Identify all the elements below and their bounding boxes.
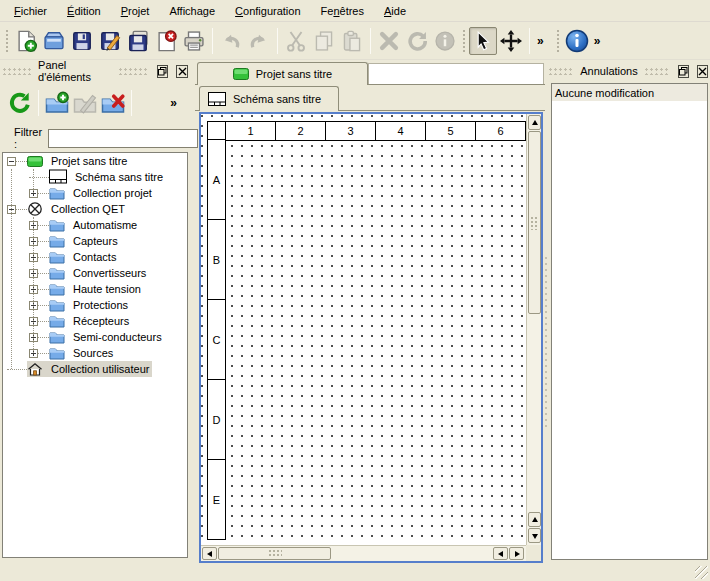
folder-icon	[49, 265, 65, 281]
edit-category-button[interactable]	[71, 89, 99, 117]
close-document-button[interactable]	[152, 27, 180, 55]
scroll-left-button[interactable]	[202, 547, 217, 560]
menu-2[interactable]: Projet	[111, 2, 160, 20]
open-button[interactable]	[40, 27, 68, 55]
tree-expander[interactable]	[29, 221, 38, 230]
scroll-left-button-2[interactable]	[493, 547, 508, 560]
close-panel-button[interactable]	[697, 65, 708, 78]
tree-item-label: Collection QET	[48, 202, 128, 216]
tree-item-automatisme[interactable]: Automatisme	[3, 217, 187, 233]
undo-button[interactable]	[217, 27, 245, 55]
info-button[interactable]	[431, 27, 459, 55]
tree-expander[interactable]	[7, 157, 16, 166]
tree-expander[interactable]	[29, 285, 38, 294]
menu-0[interactable]: Fichier	[4, 2, 57, 20]
tree-expander[interactable]	[29, 317, 38, 326]
tree-item-convertisseurs[interactable]: Convertisseurs	[3, 265, 187, 281]
save-button[interactable]	[68, 27, 96, 55]
scroll-up-button-2[interactable]	[528, 512, 541, 527]
toolbar-drag-handle[interactable]	[555, 28, 561, 54]
new-category-button[interactable]	[43, 89, 71, 117]
tree-expander[interactable]	[29, 253, 38, 262]
menu-3[interactable]: Affichage	[159, 2, 225, 20]
float-icon	[158, 67, 167, 76]
save-as-button[interactable]	[96, 27, 124, 55]
tree-item-semi-conducteurs[interactable]: Semi-conducteurs	[3, 329, 187, 345]
scroll-up-button[interactable]	[528, 115, 541, 130]
tree-item-contacts[interactable]: Contacts	[3, 249, 187, 265]
vertical-scrollbar[interactable]	[526, 114, 541, 545]
tree-expander[interactable]	[29, 301, 38, 310]
tree-item-collection-qet[interactable]: Collection QET	[3, 201, 187, 217]
save-all-button[interactable]	[124, 27, 152, 55]
tree-guide	[38, 225, 49, 226]
redo-button[interactable]	[245, 27, 273, 55]
tree-guide	[38, 289, 49, 290]
delete-category-button[interactable]	[99, 89, 127, 117]
tree-item-protections[interactable]: Protections	[3, 297, 187, 313]
project-icon	[233, 68, 249, 80]
menu-6[interactable]: Aide	[374, 2, 416, 20]
print-button[interactable]	[180, 27, 208, 55]
thumb-grip	[530, 216, 539, 230]
float-panel-button[interactable]	[157, 65, 169, 78]
tree-item-projet-sans-titre[interactable]: Projet sans titre	[3, 153, 187, 169]
undo-panel-titlebar[interactable]: Annulations	[548, 62, 708, 80]
tree-expander[interactable]	[29, 237, 38, 246]
new-document-button[interactable]	[12, 27, 40, 55]
scroll-down-button[interactable]	[528, 528, 541, 543]
diagram-canvas[interactable]: 123456 ABCDE	[201, 114, 526, 545]
close-panel-button[interactable]	[176, 65, 188, 78]
toolbar-overflow-button[interactable]: »	[534, 34, 547, 48]
horizontal-scroll-thumb[interactable]	[218, 547, 331, 560]
home-icon	[27, 361, 43, 377]
tab-schema[interactable]: Schéma sans titre	[199, 86, 339, 111]
copy-button[interactable]	[310, 27, 338, 55]
tree-item-collection-utilisateur[interactable]: Collection utilisateur	[3, 361, 187, 377]
toolbar-separator	[529, 28, 530, 54]
tree-item-r-cepteurs[interactable]: Récepteurs	[3, 313, 187, 329]
panel-toolbar-overflow-button[interactable]: »	[167, 96, 180, 110]
toolbar-drag-handle[interactable]	[461, 28, 467, 54]
rotate-button[interactable]	[403, 27, 431, 55]
tree-expander[interactable]	[29, 333, 38, 342]
refresh-collections-button[interactable]	[6, 89, 34, 117]
undo-list-item[interactable]: Aucune modification	[552, 84, 707, 101]
tree-guide	[29, 177, 49, 178]
tab-project[interactable]: Projet sans titre	[197, 62, 368, 85]
move-mode-button[interactable]	[497, 27, 525, 55]
elements-tree[interactable]: Projet sans titreSchéma sans titreCollec…	[2, 152, 188, 558]
tree-item-collection-projet[interactable]: Collection projet	[3, 185, 187, 201]
menu-1[interactable]: Édition	[57, 2, 111, 20]
tree-expander[interactable]	[29, 349, 38, 358]
paste-button[interactable]	[338, 27, 366, 55]
toolbar-overflow-button[interactable]: »	[591, 34, 604, 48]
tree-item-haute-tension[interactable]: Haute tension	[3, 281, 187, 297]
scroll-right-button[interactable]	[509, 547, 524, 560]
application-window: FichierÉditionProjetAffichageConfigurati…	[0, 0, 710, 581]
edit-category-icon	[73, 91, 97, 115]
filter-input[interactable]	[48, 129, 198, 148]
tree-item-sources[interactable]: Sources	[3, 345, 187, 361]
resize-grip[interactable]	[695, 566, 708, 579]
cut-button[interactable]	[282, 27, 310, 55]
tree-item-capteurs[interactable]: Capteurs	[3, 233, 187, 249]
tree-expander[interactable]	[7, 205, 16, 214]
scrollbar-corner	[526, 545, 541, 561]
float-panel-button[interactable]	[678, 65, 689, 78]
menu-4[interactable]: Configuration	[225, 2, 310, 20]
select-mode-button[interactable]	[469, 27, 497, 55]
menu-5[interactable]: Fenêtres	[311, 2, 374, 20]
horizontal-scrollbar[interactable]	[201, 545, 526, 561]
tree-expander[interactable]	[29, 269, 38, 278]
toolbar-drag-handle[interactable]	[4, 28, 10, 54]
delete-button[interactable]	[375, 27, 403, 55]
about-button[interactable]	[563, 27, 591, 55]
undo-history-list[interactable]: Aucune modification	[551, 83, 708, 560]
splitter-handle[interactable]	[544, 255, 548, 430]
vertical-scroll-thumb[interactable]	[528, 131, 541, 314]
diagram-column-header: 1	[225, 121, 276, 141]
elements-panel-titlebar[interactable]: Panel d'éléments	[2, 62, 188, 80]
tree-expander[interactable]	[29, 189, 38, 198]
tree-item-sch-ma-sans-titre[interactable]: Schéma sans titre	[3, 169, 187, 185]
